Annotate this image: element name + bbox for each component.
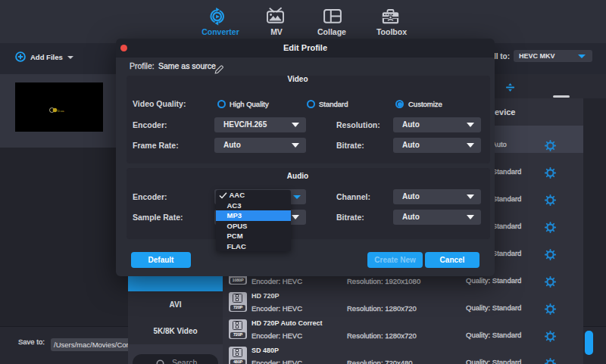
svg-text:D.ua: D.ua bbox=[58, 109, 64, 113]
